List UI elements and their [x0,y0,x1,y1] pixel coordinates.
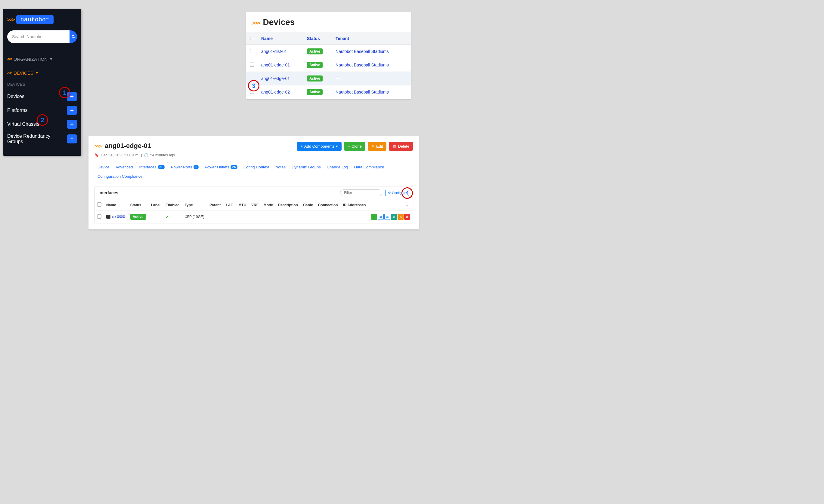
table-row: ang01-edge-01 Active Nautobot Baseball S… [246,58,411,72]
devices-table: Name Status Tenant ang01-dist-01 Active … [246,32,411,99]
tab-notes[interactable]: Notes [272,162,289,172]
table-row: ang01-edge-02 Active Nautobot Baseball S… [246,86,411,99]
clock-icon: 🕑 [144,153,148,157]
tab-badge: 21 [158,165,165,169]
tenant-link[interactable]: Nautobot Baseball Stadiums [335,90,389,95]
sidebar-item-label[interactable]: Virtual Chassis [7,122,67,127]
chevron-down-icon: ▾ [50,56,53,61]
col-lag: LAG [223,200,236,211]
link-button[interactable]: ⧉ [384,214,390,220]
panel-title-row: >>> Devices [246,17,411,32]
plus-icon: + [347,144,350,148]
pencil-icon: ✎ [372,144,375,148]
detail-header: >>> ang01-edge-01 + Add Components ▾ + C… [95,142,413,151]
device-link[interactable]: ang01-edge-01 [261,76,290,81]
row-checkbox[interactable] [250,49,254,53]
device-link[interactable]: ang01-dist-01 [261,49,287,54]
tab-dynamic-groups[interactable]: Dynamic Groups [289,162,324,172]
row-checkbox[interactable] [250,62,254,67]
chevron-arrows-icon: >>> [7,57,12,61]
trash-icon: 🗑 [393,144,396,148]
svg-line-1 [74,37,75,38]
tab-data-compliance[interactable]: Data Compliance [351,162,387,172]
device-link[interactable]: ang01-edge-02 [261,90,290,95]
cell-cable: — [301,211,315,223]
tenant-empty: — [335,76,340,81]
logo-row: >>> nautobot [7,15,77,24]
add-ip-button[interactable]: + [371,214,377,220]
cell-ip: — [341,211,369,223]
col-mtu: MTU [236,200,249,211]
search-button[interactable] [70,30,77,43]
add-redundancy-group-button[interactable]: + [67,134,77,143]
interfaces-table: Name Status Label Enabled Type Parent LA… [95,200,413,223]
tab-device[interactable]: Device [95,162,113,172]
edit-interface-button[interactable]: ✎ [398,214,404,220]
chevron-down-icon: ▾ [336,144,338,148]
cell-type: XFP (10GE) [182,211,207,223]
device-title: ang01-edge-01 [105,142,151,150]
sidebar-item-label[interactable]: Platforms [7,108,67,113]
sidebar-item-label[interactable]: Devices [7,94,67,99]
devices-list-panel: >>> Devices Name Status Tenant ang01-dis… [246,12,411,99]
tab-config-context[interactable]: Config Context [240,162,272,172]
add-virtual-chassis-button[interactable]: + [67,120,77,129]
sidebar-item-platforms: Platforms + [7,104,77,117]
tab-badge: 1 [194,165,199,169]
configure-button[interactable]: ⚙ Configure [385,190,409,196]
row-checkbox[interactable] [97,215,101,219]
tab-label: Notes [275,165,286,169]
action-button-row: + Add Components ▾ + Clone ✎ Edit 🗑 Dele… [297,142,413,151]
column-tenant[interactable]: Tenant [332,32,411,45]
timestamp-text: Dec. 20, 2023 5:08 a.m. [101,153,139,157]
tab-power-outlets[interactable]: Power Outlets 24 [202,162,240,172]
tab-row: Device Advanced Interfaces 21 Power Port… [95,162,413,181]
select-all-checkbox[interactable] [97,203,101,207]
tab-label: Dynamic Groups [292,165,321,169]
nav-devices-label: DEVICES [13,71,33,76]
logo-arrows-icon: >>> [7,17,14,23]
column-name[interactable]: Name [258,32,304,45]
delete-interface-button[interactable]: 🗑 [404,214,410,220]
interfaces-filter-input[interactable] [340,190,382,196]
add-platform-button[interactable]: + [67,106,77,115]
tab-config-compliance[interactable]: Configuration Compliance [95,172,146,181]
tab-change-log[interactable]: Change Log [324,162,351,172]
search-input[interactable] [7,30,70,43]
tenant-link[interactable]: Nautobot Baseball Stadiums [335,49,389,54]
nav-organization[interactable]: >>> ORGANIZATION ▾ [7,52,77,66]
device-link[interactable]: ang01-edge-01 [261,62,290,68]
status-badge: Active [130,214,146,220]
gear-icon: ⚙ [388,191,391,195]
tab-interfaces[interactable]: Interfaces 21 [136,162,168,172]
edit-button[interactable]: ✎ Edit [368,142,387,151]
plus-icon: + [300,144,303,148]
tenant-link[interactable]: Nautobot Baseball Stadiums [335,62,389,68]
sidebar-item-redundancy-groups: Device Redundancy Groups + [7,131,77,147]
sidebar-item-label[interactable]: Device Redundancy Groups [7,133,67,144]
row-checkbox[interactable] [250,90,254,94]
add-components-button[interactable]: + Add Components ▾ [297,142,341,151]
search-icon [71,34,76,39]
nav-devices[interactable]: >>> DEVICES ▾ [7,66,77,80]
tab-power-ports[interactable]: Power Ports 1 [168,162,202,172]
column-status[interactable]: Status [304,32,332,45]
relative-time-text: 54 minutes ago [150,153,175,157]
cell-lag: — [223,211,236,223]
tab-advanced[interactable]: Advanced [113,162,136,172]
status-badge: Active [307,62,323,68]
delete-button[interactable]: 🗑 Delete [389,142,413,151]
add-device-button[interactable]: + [67,92,77,101]
clone-button[interactable]: + Clone [344,142,366,151]
col-description: Description [276,200,301,211]
select-all-checkbox[interactable] [250,36,254,40]
col-mode: Mode [261,200,276,211]
tab-label: Power Ports [171,165,192,169]
interface-link[interactable]: xe-0/0/0 [112,215,125,219]
chevron-arrows-icon: >>> [7,71,12,75]
trace-button[interactable]: ⇵ [391,214,397,220]
col-cable: Cable [301,200,315,211]
button-label: Clone [351,144,362,148]
swap-button[interactable]: ⇄ [378,214,384,220]
tab-label: Advanced [116,165,133,169]
